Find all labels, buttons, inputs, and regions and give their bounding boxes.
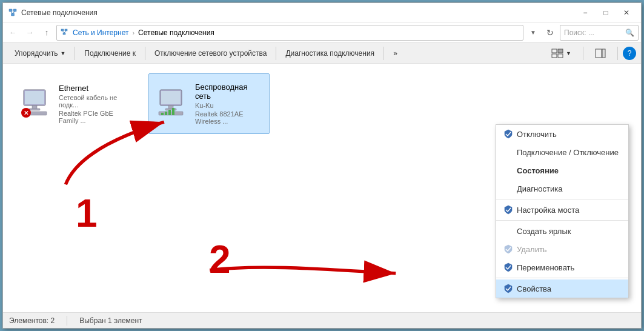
ethernet-item[interactable]: ✕ Ethernet Сетевой кабель не подк... Rea…	[13, 73, 134, 134]
svg-rect-29	[165, 112, 167, 115]
wifi-computer-icon	[156, 87, 188, 119]
wifi-info: Беспроводная сеть Ku-Ku Realtek 8821AE W…	[195, 82, 262, 125]
ctx-bridge[interactable]: Настройка моста	[496, 201, 628, 219]
toolbar-separator-5	[583, 47, 583, 60]
ctx-disable[interactable]: Отключить	[496, 125, 628, 143]
title-bar: Сетевые подключения − □ ✕	[3, 3, 641, 22]
annotation-label-1: 1	[76, 191, 98, 236]
forward-button[interactable]: →	[22, 25, 37, 40]
toolbar-separator-2	[145, 47, 145, 60]
ctx-diagnostics[interactable]: Диагностика	[496, 179, 628, 198]
ethernet-name: Ethernet	[59, 84, 127, 93]
svg-line-8	[62, 31, 64, 33]
ctx-shortcut[interactable]: Создать ярлык	[496, 222, 628, 240]
refresh-button[interactable]: ↻	[543, 25, 557, 40]
svg-line-4	[13, 12, 15, 13]
context-menu: Отключить Подключение / Отключение Состо…	[496, 124, 629, 298]
ctx-sep-1	[496, 199, 628, 199]
svg-rect-1	[13, 9, 16, 12]
breadcrumb-1[interactable]: Сеть и Интернет	[73, 28, 128, 37]
svg-rect-10	[552, 49, 557, 53]
view-icon	[551, 48, 563, 58]
ethernet-computer-icon: ✕	[20, 87, 51, 119]
view-chevron: ▼	[566, 50, 571, 56]
shield-icon-bridge	[503, 205, 513, 215]
shield-icon-properties	[503, 284, 513, 293]
ctx-properties[interactable]: Свойства	[496, 279, 628, 298]
ctx-rename[interactable]: Переименовать	[496, 258, 628, 276]
annotation-label-2: 2	[209, 237, 231, 282]
toolbar-separator-4	[383, 47, 384, 60]
svg-text:✕: ✕	[24, 110, 28, 116]
svg-rect-24	[161, 91, 181, 104]
path-sep-1: ›	[132, 29, 134, 36]
ethernet-info: Ethernet Сетевой кабель не подк... Realt…	[59, 84, 127, 124]
shield-icon-disable	[503, 129, 513, 139]
shield-icon-rename	[503, 262, 513, 272]
svg-line-3	[11, 12, 13, 13]
arrow-2-svg	[197, 242, 415, 285]
path-dropdown-button[interactable]: ▼	[526, 25, 540, 41]
window-controls: − □ ✕	[576, 5, 636, 21]
more-button[interactable]: »	[387, 45, 404, 62]
wifi-name: Беспроводная сеть	[195, 82, 262, 101]
svg-rect-19	[29, 109, 40, 110]
wifi-item[interactable]: Беспроводная сеть Ku-Ku Realtek 8821AE W…	[148, 73, 270, 134]
maximize-button[interactable]: □	[596, 5, 616, 21]
view-options-button[interactable]: ▼	[545, 45, 578, 62]
toolbar-right: ▼ ?	[545, 45, 636, 62]
title-bar-icon	[8, 8, 18, 18]
toolbar-separator-3	[276, 47, 276, 60]
window-title: Сетевые подключения	[21, 8, 576, 17]
address-bar: ← → ↑ Сеть и Интернет › Сетевые подключе…	[3, 22, 641, 43]
organize-button[interactable]: Упорядочить ▼	[8, 45, 72, 62]
diagnostics-button[interactable]: Диагностика подключения	[279, 45, 381, 62]
wifi-icon-container	[156, 87, 188, 121]
path-icon	[61, 28, 70, 38]
wifi-sub1: Ku-Ku	[195, 102, 262, 109]
status-bar: Элементов: 2 Выбран 1 элемент	[3, 312, 641, 328]
svg-rect-11	[558, 49, 563, 53]
status-separator	[67, 316, 67, 326]
close-button[interactable]: ✕	[617, 5, 636, 21]
svg-rect-0	[9, 9, 12, 12]
main-content: ✕ Ethernet Сетевой кабель не подк... Rea…	[3, 64, 641, 312]
items-count: Элементов: 2	[9, 316, 55, 325]
ctx-delete: Удалить	[496, 240, 628, 258]
svg-rect-2	[12, 13, 15, 16]
toolbar: Упорядочить ▼ Подключение к Отключение с…	[3, 43, 641, 64]
svg-rect-30	[168, 110, 171, 115]
svg-rect-28	[161, 113, 164, 115]
svg-rect-31	[172, 108, 174, 115]
svg-rect-7	[63, 33, 65, 35]
svg-rect-15	[602, 49, 605, 58]
svg-rect-14	[596, 49, 602, 58]
toolbar-separator-6	[617, 47, 618, 60]
help-button[interactable]: ?	[623, 47, 636, 60]
organize-chevron-icon: ▼	[60, 50, 65, 56]
back-button[interactable]: ←	[5, 25, 20, 40]
pane-icon	[595, 48, 606, 58]
ctx-status[interactable]: Состояние	[496, 161, 628, 179]
svg-rect-12	[552, 54, 557, 58]
ethernet-sub2: Realtek PCIe GbE Family ...	[59, 110, 127, 124]
window: Сетевые подключения − □ ✕ ← → ↑ Сеть и И…	[2, 2, 642, 329]
details-pane-button[interactable]	[588, 45, 612, 62]
address-path: Сеть и Интернет › Сетевые подключения	[56, 25, 523, 41]
breadcrumb-2: Сетевые подключения	[138, 28, 214, 37]
svg-rect-13	[558, 54, 563, 58]
search-icon[interactable]: 🔍	[625, 28, 634, 37]
shield-icon-delete	[503, 244, 513, 254]
ethernet-sub1: Сетевой кабель не подк...	[59, 94, 127, 109]
ethernet-icon-container: ✕	[20, 87, 51, 121]
connect-button[interactable]: Подключение к	[78, 45, 142, 62]
svg-rect-5	[61, 29, 64, 31]
svg-line-9	[64, 31, 66, 33]
minimize-button[interactable]: −	[576, 5, 595, 21]
up-button[interactable]: ↑	[39, 25, 54, 40]
toolbar-separator-1	[75, 47, 75, 60]
svg-rect-17	[25, 91, 44, 104]
disable-device-button[interactable]: Отключение сетевого устройства	[148, 45, 273, 62]
svg-rect-6	[65, 29, 67, 31]
ctx-connect-disconnect[interactable]: Подключение / Отключение	[496, 143, 628, 161]
